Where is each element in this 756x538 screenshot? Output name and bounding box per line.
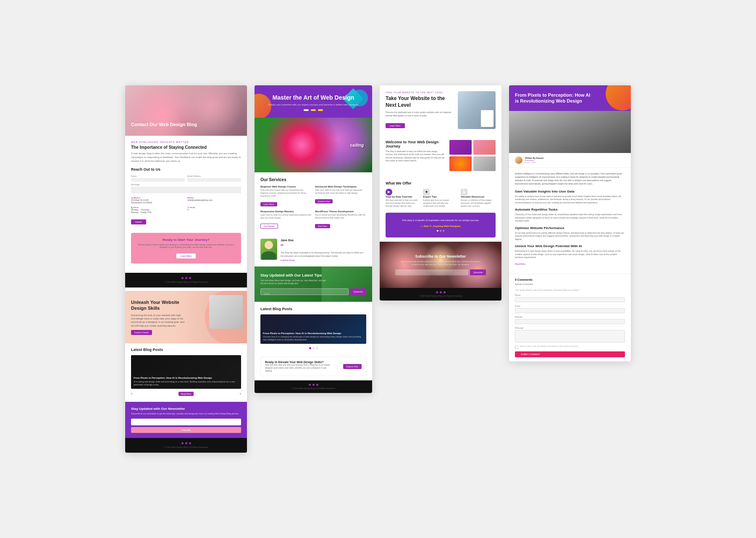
- c3-q-dot-3[interactable]: [443, 230, 444, 232]
- c1-form-row-1: Name Email Address: [131, 175, 241, 182]
- c4-required-note: Your email address will not be published…: [515, 289, 625, 291]
- c3-img-overlay: [481, 110, 494, 127]
- c1-name-input[interactable]: [131, 178, 185, 182]
- c3-q-dot-1[interactable]: [437, 230, 438, 232]
- c2-service-btn-4[interactable]: Start Now: [315, 224, 330, 228]
- card-contact-blog: Contact Our Web Design Blog WEB PUBLISHI…: [125, 85, 247, 453]
- c4-message-textarea[interactable]: [515, 330, 625, 343]
- c3-welcome: Welcome to Your Web Design Journey This …: [380, 135, 501, 176]
- c1-cta-title: Ready to Start Your Journey?: [136, 238, 236, 242]
- c4-hero-img: [509, 111, 631, 153]
- c4-section-title-4: Unlock Your Web Design Potential With AI: [515, 244, 625, 248]
- c2-hero-text: Unlock your potential with our expert co…: [261, 103, 365, 106]
- c2-cta-left: Ready to Elevate Your Web Design Skills?…: [265, 361, 332, 372]
- c2-footer-dots: [260, 384, 366, 386]
- c1-read-more-btn[interactable]: Read More: [178, 392, 194, 396]
- c2-blog-item[interactable]: From Pixels to Perception: How AI is Rev…: [260, 314, 366, 344]
- c2-subscribe-btn[interactable]: Subscribe: [350, 288, 366, 295]
- c1-footer-dot-4: [181, 442, 184, 444]
- c2-subscribe-input[interactable]: Email: [260, 288, 349, 295]
- c1-email-input[interactable]: [187, 178, 241, 182]
- c2-testimonial-role: Inspiring Quote: [281, 259, 366, 261]
- c1-blog-card[interactable]: From Pixels to Perception: How AI is Rev…: [131, 355, 241, 389]
- c3-quote-section: This blog is a wealth of inspiration and…: [380, 213, 501, 242]
- c1-form-row-2: Message: [131, 183, 241, 193]
- c2-subscribe-img: [322, 266, 372, 302]
- c1-message-input[interactable]: [131, 187, 241, 193]
- c3-quote-author: — Alex T., Aspiring Web Designer: [391, 225, 490, 227]
- c2-blog-dot-2[interactable]: [312, 347, 315, 349]
- c2-quote-mark: ": [281, 243, 366, 251]
- c2-cta-btn[interactable]: Explore Now: [343, 364, 362, 369]
- c2-blog-img-title: From Pixels to Perception: How AI is Rev…: [263, 332, 364, 335]
- c1-part2-btn[interactable]: Explore Trends: [131, 330, 152, 335]
- c2-blog-dot-3[interactable]: [316, 347, 318, 349]
- c4-checkbox[interactable]: [515, 345, 518, 349]
- c4-read-more-link[interactable]: Read More: [515, 263, 625, 265]
- c4-website-input[interactable]: [515, 319, 625, 324]
- c1-footer-text: © 2024 Web Design Blog | All Rights Rese…: [131, 281, 241, 283]
- c1-submit-btn[interactable]: Submit: [131, 219, 146, 224]
- c1-part2-text: Enhancing the look of your website with …: [131, 314, 186, 328]
- c3-welcome-desc: This blog is dedicated to help you follo…: [386, 150, 445, 163]
- c2-service-name-2: Advanced Web Design Techniques: [315, 185, 366, 188]
- c1-hero2-img: [209, 295, 243, 329]
- c2-subscribe-row: Email Subscribe: [260, 288, 366, 295]
- c4-section-text-1: AI's ability to analyze tons of user dat…: [515, 195, 625, 205]
- c2-hero: Master the Art of Web Design Unlock your…: [255, 85, 372, 118]
- c4-website-label: Website: [515, 316, 625, 318]
- c1-social-icons: f t: [187, 208, 241, 211]
- c2-service-btn-1[interactable]: Learn More: [260, 202, 277, 206]
- c3-hero-desc: Discover the dedicated way to make quali…: [386, 111, 454, 117]
- c4-author-info: Written By Deanne Productivity March 1, …: [525, 157, 625, 164]
- c4-hero-circle: [606, 85, 631, 111]
- c2-service-name-3: Responsive Design Mastery: [260, 210, 312, 213]
- card-take-website: TAKE YOUR WEBSITE TO THE NEXT LEVEL Take…: [380, 85, 501, 301]
- c1-nl-text: Subscribe to our newsletter to get the l…: [131, 412, 241, 415]
- c4-name-input[interactable]: [515, 297, 625, 302]
- c4-section-title-2: Automate Repetitive Tasks: [515, 208, 625, 211]
- c3-hero-btn[interactable]: Learn More: [386, 123, 405, 128]
- c2-service-btn-2[interactable]: Explore Now: [315, 199, 333, 203]
- c2-service-btn-3[interactable]: Get Started: [260, 224, 278, 229]
- c3-offer-text-3: Access a collection of free design resou…: [461, 199, 496, 208]
- c2-service-advanced: Advanced Web Design Techniques Take your…: [315, 185, 366, 207]
- c1-part2-title: Unleash Your Website Design Skills: [131, 299, 186, 311]
- c1-footer-dot-3: [189, 277, 191, 279]
- c1-address-text: 123 Main St #1234Somewhere CA 92618: [131, 199, 185, 204]
- c3-sub-input[interactable]: [395, 269, 468, 275]
- c1-nl-btn[interactable]: Subscribe: [131, 427, 241, 433]
- c2-blog-dot-1[interactable]: [309, 347, 311, 349]
- c4-email-input[interactable]: [515, 308, 625, 313]
- c2-service-text-1: Kick-start your career with our comprehe…: [260, 189, 312, 198]
- c4-form-check: Save my name, email, and website in this…: [515, 345, 625, 349]
- c3-quote-text: This blog is a wealth of inspiration and…: [391, 219, 490, 222]
- c2-testimonial: Jane Doe " This blog has been invaluable…: [255, 234, 372, 266]
- c2-dot-1[interactable]: [304, 109, 309, 111]
- c3-offer-icon-3: 📄: [461, 189, 467, 195]
- c1-tag: WEB PUBLISHING INSIGHTS MATTER: [131, 141, 241, 143]
- c1-name-label: Name: [131, 175, 185, 177]
- c1-hero2: Unleash Your Website Design Skills Enhan…: [125, 291, 247, 343]
- c2-flower-img: caiting: [255, 118, 372, 172]
- c3-welcome-title: Welcome to Your Web Design Journey: [386, 140, 445, 148]
- c1-nl-input[interactable]: [131, 419, 241, 425]
- c1-prev-arrow[interactable]: ‹: [131, 391, 132, 396]
- c2-dot-2[interactable]: [311, 109, 316, 111]
- c3-sub-btn[interactable]: Subscribe: [470, 269, 486, 275]
- c1-next-arrow[interactable]: ›: [240, 391, 241, 396]
- c1-email-label: Email Address: [187, 175, 241, 177]
- c1-email-contact-item: ✉ Email hello@webdesignblog.com: [187, 197, 241, 204]
- c2-cta-text: Take the next step and start your journe…: [265, 364, 332, 372]
- c3-q-dot-2[interactable]: [440, 230, 441, 232]
- c3-sub-input-row: Subscribe: [395, 269, 486, 275]
- c1-blog-card-title: From Pixels to Perception: How AI is Rev…: [134, 377, 239, 379]
- c1-contact-grid: 🏠 Address 123 Main St #1234Somewhere CA …: [131, 197, 241, 214]
- c4-submit-btn[interactable]: SUBMIT COMMENT: [515, 351, 625, 357]
- c2-dot-3[interactable]: [318, 109, 323, 111]
- c2-service-text-4: Get on board and start developing WordPr…: [315, 214, 366, 219]
- c3-quote-dots: [391, 230, 490, 232]
- c1-cta-btn[interactable]: Learn More: [176, 253, 196, 258]
- c1-footer: © 2024 Web Design Blog | All Rights Rese…: [125, 273, 247, 287]
- c4-hero: From Pixels to Perception: How AI is Rev…: [509, 85, 631, 111]
